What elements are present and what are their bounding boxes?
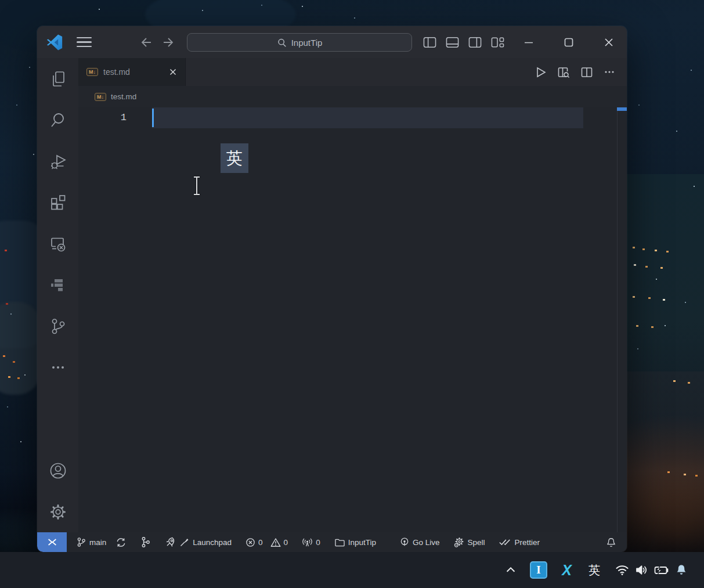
tray-wifi-icon[interactable] — [612, 560, 632, 580]
customize-layout-icon[interactable] — [489, 26, 506, 58]
errors-count: 0 — [258, 538, 263, 547]
more-views-icon[interactable] — [37, 347, 78, 388]
markdown-file-icon: M↓ — [95, 93, 106, 101]
tray-chevron-up-icon[interactable] — [501, 560, 521, 580]
branch-name: main — [89, 538, 106, 547]
extensions-icon[interactable] — [37, 182, 78, 223]
wallpaper-window-lights — [0, 0, 2, 2]
line-number: 1 — [107, 107, 127, 128]
settings-gear-icon[interactable] — [37, 491, 78, 532]
window-minimize-button[interactable] — [519, 26, 539, 58]
window-close-button[interactable] — [599, 26, 619, 58]
branch-icon — [76, 536, 86, 548]
remote-indicator-button[interactable] — [37, 532, 67, 552]
tray-inputtip-app-icon[interactable]: I — [529, 560, 548, 580]
search-value: InputTip — [291, 38, 323, 48]
errors-icon — [246, 538, 255, 547]
prettier-button[interactable]: Prettier — [499, 538, 540, 547]
ports-button[interactable]: 0 — [302, 537, 320, 548]
split-editor-icon[interactable] — [580, 66, 593, 78]
minimap-separator — [617, 107, 618, 532]
prettier-label: Prettier — [514, 538, 540, 547]
vscode-window: InputTip — [37, 26, 627, 552]
blocks-extension-icon[interactable] — [37, 264, 78, 305]
tray-volume-icon[interactable] — [632, 560, 652, 580]
tab-title: test.md — [103, 67, 161, 77]
breadcrumb-file[interactable]: test.md — [111, 92, 136, 101]
title-bar: InputTip — [37, 26, 627, 58]
toggle-secondary-sidebar-icon[interactable] — [466, 26, 483, 58]
go-live-label: Go Live — [413, 538, 440, 547]
git-graph-button[interactable] — [140, 536, 151, 548]
activity-bar — [37, 58, 78, 532]
paintbrush-icon — [179, 537, 190, 547]
toggle-primary-sidebar-icon[interactable] — [421, 26, 438, 58]
remote-explorer-icon[interactable] — [37, 223, 78, 264]
radio-tower-icon — [302, 537, 313, 548]
launchpad-label: Launchpad — [193, 538, 232, 547]
explorer-icon[interactable] — [37, 58, 78, 99]
wallpaper-cloud — [0, 302, 41, 395]
tray-battery-icon[interactable] — [652, 560, 671, 580]
project-label: InputTip — [348, 538, 376, 547]
ime-language-glyph: 英 — [589, 562, 600, 578]
account-icon[interactable] — [37, 450, 78, 491]
open-preview-icon[interactable] — [557, 66, 570, 78]
ports-count: 0 — [316, 538, 320, 547]
run-file-icon[interactable] — [535, 66, 547, 78]
launchpad-button[interactable]: Launchpad — [165, 536, 232, 548]
system-tray: I X 英 — [501, 560, 691, 580]
mouse-ibeam-cursor — [192, 176, 201, 196]
toggle-panel-icon[interactable] — [443, 26, 461, 58]
taskbar: I X 英 — [0, 552, 704, 588]
double-check-icon — [499, 538, 511, 547]
window-maximize-button[interactable] — [559, 26, 579, 58]
editor-actions — [535, 58, 627, 86]
spell-gear-icon — [453, 537, 464, 548]
git-branch-button[interactable]: main — [76, 536, 106, 548]
spell-label: Spell — [467, 538, 485, 547]
folder-icon — [334, 538, 345, 547]
activity-bar-spacer — [37, 388, 78, 450]
navigate-forward-button[interactable] — [160, 26, 178, 58]
text-caret — [152, 109, 154, 127]
broadcast-icon — [399, 537, 410, 548]
search-sidebar-icon[interactable] — [37, 99, 78, 140]
menu-hamburger-icon[interactable] — [74, 26, 94, 58]
status-bar: main — [37, 532, 627, 552]
project-button[interactable]: InputTip — [334, 538, 376, 547]
window-main: M↓ test.md — [37, 58, 627, 532]
warnings-count: 0 — [284, 538, 288, 547]
tab-test-md[interactable]: M↓ test.md — [78, 58, 186, 86]
source-control-icon[interactable] — [37, 305, 78, 347]
tray-x-app-icon[interactable]: X — [557, 560, 576, 580]
ime-mode-popup: 英 — [221, 143, 248, 173]
overview-ruler-cursor-mark — [617, 107, 627, 111]
more-actions-icon[interactable] — [604, 66, 615, 78]
spell-checker-button[interactable]: Spell — [453, 537, 485, 548]
inputtip-i-badge: I — [530, 561, 547, 579]
command-center-search[interactable]: InputTip — [187, 33, 412, 52]
editor-pane[interactable]: 1 英 — [78, 107, 627, 532]
tray-notification-bell-icon[interactable] — [671, 560, 691, 580]
vscode-logo-icon — [45, 26, 64, 58]
warnings-icon — [270, 538, 281, 547]
tray-ime-language-indicator[interactable]: 英 — [584, 560, 604, 580]
x-app-glyph: X — [562, 562, 571, 579]
navigate-back-button[interactable] — [137, 26, 154, 58]
run-debug-icon[interactable] — [37, 140, 78, 182]
rocket-icon — [165, 536, 176, 548]
notifications-bell-icon[interactable] — [606, 537, 616, 548]
breadcrumbs[interactable]: M↓ test.md — [78, 86, 627, 107]
problems-button[interactable]: 0 0 — [246, 538, 288, 547]
current-line-highlight — [152, 107, 583, 128]
sync-changes-button[interactable] — [115, 537, 127, 548]
go-live-button[interactable]: Go Live — [399, 537, 440, 548]
tab-bar: M↓ test.md — [78, 58, 627, 86]
tab-close-icon[interactable] — [167, 66, 179, 78]
search-icon — [277, 38, 287, 48]
markdown-file-icon: M↓ — [86, 68, 98, 76]
editor-group: M↓ test.md — [78, 58, 627, 532]
